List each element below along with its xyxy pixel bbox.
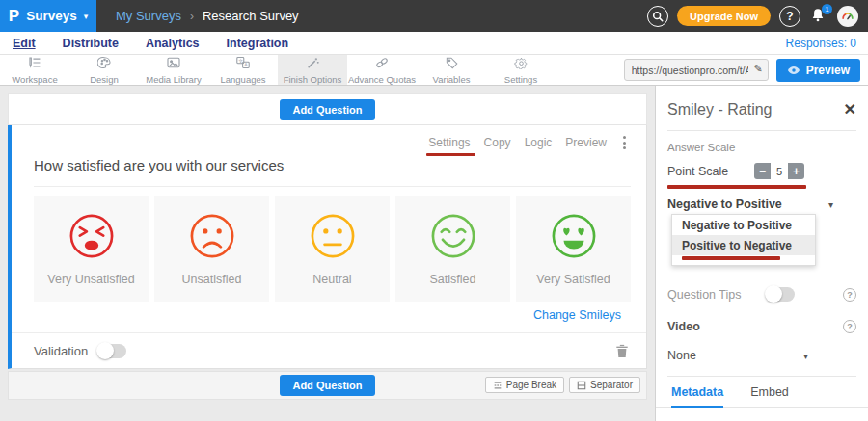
scale-direction-menu: Negative to Positive Positive to Negativ… [671,214,816,266]
question-tips-toggle[interactable] [766,287,795,302]
question-tab-logic[interactable]: Logic [525,136,553,149]
video-select-value: None [667,349,696,362]
help-icon[interactable]: ? [779,6,800,27]
answer-scale-label: Answer Scale [667,142,856,153]
question-tab-copy[interactable]: Copy [484,136,511,149]
tab-embed[interactable]: Embed [750,385,789,407]
avatar[interactable] [837,6,858,27]
option-positive-to-negative[interactable]: Positive to Negative [672,235,815,255]
question-title[interactable]: How satisfied are you with our services [34,157,646,173]
notification-badge: 1 [822,4,832,14]
notifications-bell-icon[interactable]: 1 [809,7,828,26]
toolbar-item-languages[interactable]: 文A Languages [208,55,278,85]
smiley-option-label: Very Unsatisfied [47,273,134,286]
scale-direction-value: Negative to Positive [667,197,782,211]
delete-question-trash-icon[interactable] [615,343,629,358]
preview-button[interactable]: Preview [776,59,860,82]
survey-editor-main: Add Question Settings Copy Logic Preview… [0,86,656,421]
point-scale-row: Point Scale − 5 + [667,163,856,179]
point-scale-value[interactable]: 5 [771,163,788,179]
toolbar-item-design[interactable]: Design [69,55,139,85]
add-question-bar-bottom: Add Question Page Break Separator [8,371,647,400]
neutral-smiley-icon [307,210,359,266]
gear-icon [514,56,529,73]
upgrade-now-button[interactable]: Upgrade Now [677,6,771,26]
tab-metadata[interactable]: Metadata [671,385,723,408]
toolbar-item-finish-options[interactable]: Finish Options [278,55,347,85]
video-row: Video ? [667,320,856,333]
smiley-option-label: Very Satisfied [536,273,610,286]
point-scale-increase-button[interactable]: + [788,163,804,179]
change-smileys-link[interactable]: Change Smileys [12,308,621,322]
chevron-down-icon: ▾ [84,12,89,21]
top-bar: P Surveys ▾ My Surveys › Research Survey… [0,0,868,32]
separator-icon [577,381,586,390]
question-card: Settings Copy Logic Preview How satisfie… [8,125,647,369]
scale-direction-select[interactable]: Negative to Positive ▾ [667,197,856,211]
video-help-icon[interactable]: ? [843,320,856,333]
smiley-option-satisfied[interactable]: Satisfied [395,196,510,302]
svg-text:A: A [244,62,248,67]
toolbar-item-workspace[interactable]: Workspace [0,55,69,85]
question-action-tabs: Settings Copy Logic Preview [12,125,646,146]
add-question-bar-top: Add Question [8,93,647,125]
question-tips-label: Question Tips [667,288,741,302]
smiley-option-very-satisfied[interactable]: Very Satisfied [516,196,631,302]
nav-tab-analytics[interactable]: Analytics [145,34,201,52]
smiley-option-unsatisfied[interactable]: Unsatisfied [154,196,269,302]
smiley-option-very-unsatisfied[interactable]: Very Unsatisfied [34,196,149,302]
validation-row: Validation [12,332,646,368]
toolbar-item-settings[interactable]: Settings [486,55,556,85]
tag-icon [445,56,459,73]
smiley-option-label: Unsatisfied [182,273,242,286]
question-tips-help-icon[interactable]: ? [843,288,856,302]
chain-link-icon [374,56,390,73]
annotation-underline-positive-to-negative [682,256,780,260]
close-panel-icon[interactable]: ✕ [844,102,856,118]
chevron-down-icon: ▾ [803,351,808,361]
point-scale-label: Point Scale [667,165,728,178]
very-satisfied-smiley-icon [548,210,600,266]
smiley-option-neutral[interactable]: Neutral [275,196,390,302]
option-negative-to-positive[interactable]: Negative to Positive [672,215,815,235]
search-icon[interactable] [647,6,668,27]
very-unsatisfied-smiley-icon [66,210,118,266]
page-break-button[interactable]: Page Break [485,377,564,393]
palette-icon [97,56,112,73]
survey-url-input[interactable] [624,59,769,81]
question-settings-panel: Smiley - Rating ✕ Answer Scale Point Sca… [656,86,868,421]
add-question-button-bottom[interactable]: Add Question [280,375,374,396]
responses-count[interactable]: Responses: 0 [786,37,856,50]
toolbar-items: Workspace Design Media Library 文A Langua… [0,55,556,85]
nav-tab-distribute[interactable]: Distribute [62,34,120,52]
validation-label: Validation [34,344,88,358]
validation-toggle[interactable] [97,344,126,358]
nav-tab-edit[interactable]: Edit [12,34,37,52]
video-select[interactable]: None ▾ [667,349,856,362]
question-tab-preview[interactable]: Preview [565,136,607,149]
question-tab-settings[interactable]: Settings [428,136,470,149]
breadcrumb-separator-icon: › [190,10,194,23]
edit-url-pencil-icon[interactable]: ✎ [753,63,762,75]
toolbar-item-advance-quotas[interactable]: Advance Quotas [347,55,417,85]
separator-button[interactable]: Separator [569,377,640,393]
product-menu-label: Surveys [26,9,77,23]
toolbar-item-media-library[interactable]: Media Library [139,55,208,85]
question-more-menu-icon[interactable] [620,135,629,150]
nav-tab-integration[interactable]: Integration [226,34,290,52]
chevron-down-icon: ▾ [828,199,833,210]
breadcrumb-current: Research Survey [203,9,299,23]
toolbar-item-variables[interactable]: Variables [417,55,486,85]
point-scale-decrease-button[interactable]: − [754,163,771,179]
video-label: Video [667,320,700,333]
topbar-actions: Upgrade Now ? 1 [647,6,858,27]
product-menu[interactable]: P Surveys ▾ [0,0,96,32]
add-question-button-top[interactable]: Add Question [280,99,374,120]
question-divider [34,186,631,187]
svg-text:文: 文 [238,57,243,63]
page-break-icon [493,381,502,390]
breadcrumb-parent[interactable]: My Surveys [116,9,181,23]
translate-icon: 文A [235,56,251,73]
smiley-option-label: Satisfied [430,273,476,286]
satisfied-smiley-icon [427,210,479,266]
